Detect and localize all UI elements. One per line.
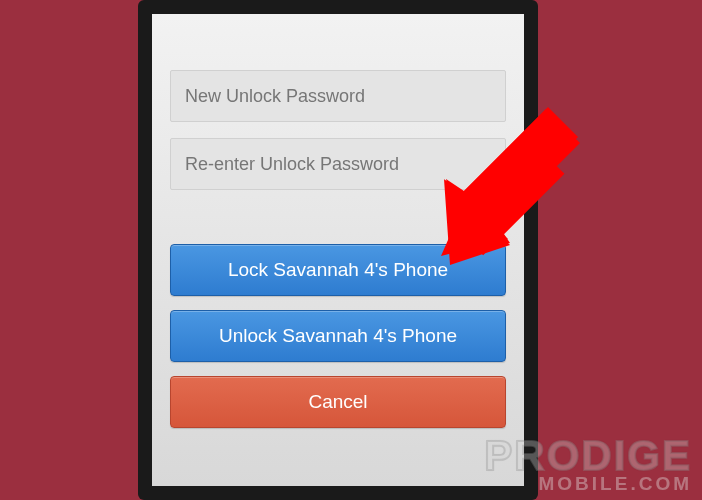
button-group: Lock Savannah 4's Phone Unlock Savannah … <box>170 244 506 442</box>
watermark: PRODIGE MOBILE.COM <box>484 437 692 492</box>
new-password-input[interactable] <box>170 70 506 122</box>
lock-phone-button[interactable]: Lock Savannah 4's Phone <box>170 244 506 296</box>
cancel-button[interactable]: Cancel <box>170 376 506 428</box>
unlock-phone-button[interactable]: Unlock Savannah 4's Phone <box>170 310 506 362</box>
reenter-password-input[interactable] <box>170 138 506 190</box>
app-screen: Lock Savannah 4's Phone Unlock Savannah … <box>152 14 524 486</box>
phone-frame: Lock Savannah 4's Phone Unlock Savannah … <box>138 0 538 500</box>
watermark-brand: PRODIGE <box>484 437 692 475</box>
